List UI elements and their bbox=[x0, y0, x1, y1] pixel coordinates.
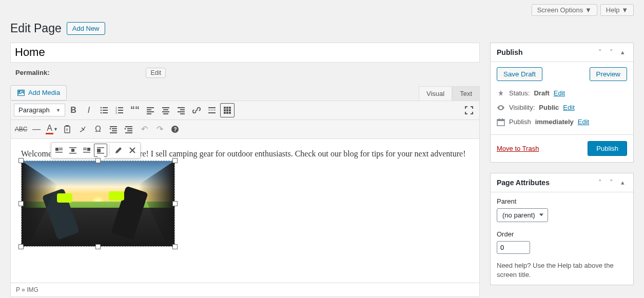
svg-rect-35 bbox=[226, 109, 228, 111]
img-align-left-button[interactable] bbox=[52, 144, 66, 157]
resize-handle[interactable] bbox=[18, 158, 24, 163]
attributes-heading: Page Attributes bbox=[497, 178, 550, 187]
svg-rect-34 bbox=[224, 109, 226, 111]
resize-handle[interactable] bbox=[95, 244, 101, 249]
svg-rect-15 bbox=[147, 111, 154, 112]
svg-rect-49 bbox=[127, 130, 132, 131]
move-down-icon[interactable]: ˅ bbox=[607, 178, 616, 186]
img-edit-button[interactable] bbox=[112, 144, 125, 157]
add-media-button[interactable]: Add Media bbox=[10, 85, 67, 101]
svg-point-5 bbox=[101, 112, 102, 113]
resize-handle[interactable] bbox=[18, 201, 24, 206]
img-align-none-button[interactable] bbox=[94, 144, 107, 157]
special-char-button[interactable]: Ω bbox=[91, 122, 105, 136]
align-center-button[interactable] bbox=[159, 103, 173, 117]
svg-rect-10 bbox=[118, 110, 123, 111]
svg-rect-22 bbox=[180, 109, 185, 110]
move-up-icon[interactable]: ˄ bbox=[595, 178, 604, 186]
publish-date-edit-link[interactable]: Edit bbox=[578, 118, 589, 126]
align-left-button[interactable] bbox=[143, 103, 158, 117]
svg-rect-12 bbox=[118, 112, 123, 113]
status-value: Draft bbox=[534, 89, 549, 97]
parent-select[interactable]: (no parent) bbox=[497, 208, 548, 222]
undo-button[interactable]: ↶ bbox=[137, 122, 151, 136]
redo-button[interactable]: ↷ bbox=[152, 122, 167, 136]
preview-button[interactable]: Preview bbox=[590, 67, 627, 81]
save-draft-button[interactable]: Save Draft bbox=[497, 67, 542, 81]
svg-rect-17 bbox=[162, 107, 169, 108]
attributes-help-text: Need help? Use the Help tab above the sc… bbox=[497, 261, 627, 280]
resize-handle[interactable] bbox=[172, 201, 178, 206]
outdent-button[interactable] bbox=[106, 122, 121, 136]
publish-heading: Publish bbox=[497, 48, 523, 56]
paste-text-button[interactable]: T bbox=[60, 122, 74, 136]
content-image[interactable] bbox=[21, 161, 175, 247]
editor-content-area[interactable]: Welcome to my awesome online store! I se… bbox=[11, 139, 479, 283]
resize-handle[interactable] bbox=[172, 244, 178, 249]
toggle-panel-icon[interactable]: ▴ bbox=[618, 178, 627, 186]
blockquote-button[interactable]: ““ bbox=[128, 103, 142, 117]
bold-button[interactable]: B bbox=[66, 103, 81, 117]
post-title-input[interactable] bbox=[10, 43, 480, 63]
indent-button[interactable] bbox=[122, 122, 136, 136]
svg-point-1 bbox=[101, 107, 102, 108]
help-icon-button[interactable]: ? bbox=[168, 122, 182, 136]
svg-rect-69 bbox=[499, 118, 500, 120]
editor-status-path: P » IMG bbox=[11, 283, 479, 296]
add-new-button[interactable]: Add New bbox=[67, 22, 105, 35]
permalink-edit-button[interactable]: Edit bbox=[146, 68, 166, 78]
svg-rect-68 bbox=[497, 120, 504, 121]
svg-rect-46 bbox=[110, 132, 117, 133]
svg-rect-50 bbox=[125, 132, 132, 133]
italic-button[interactable]: I bbox=[82, 103, 96, 117]
visibility-edit-link[interactable]: Edit bbox=[563, 104, 574, 111]
page-heading: Edit Page bbox=[10, 21, 62, 36]
numbered-list-button[interactable]: 123 bbox=[112, 103, 127, 117]
svg-rect-8 bbox=[118, 107, 123, 108]
tab-visual[interactable]: Visual bbox=[419, 86, 452, 101]
add-media-label: Add Media bbox=[28, 89, 60, 96]
order-input[interactable] bbox=[497, 241, 530, 254]
move-down-icon[interactable]: ˅ bbox=[607, 48, 616, 56]
strikethrough-button[interactable]: ABC bbox=[14, 122, 28, 136]
permalink-label: Permalink: bbox=[15, 69, 49, 76]
img-remove-button[interactable] bbox=[126, 144, 139, 157]
svg-rect-4 bbox=[103, 110, 108, 111]
resize-handle[interactable] bbox=[172, 158, 178, 163]
help-button[interactable]: Help ▼ bbox=[600, 4, 634, 16]
move-up-icon[interactable]: ˄ bbox=[595, 48, 604, 56]
svg-rect-28 bbox=[211, 110, 212, 110]
toolbar-toggle-button[interactable] bbox=[220, 103, 235, 117]
publish-date-label: Publish bbox=[509, 118, 531, 126]
resize-handle[interactable] bbox=[18, 244, 24, 249]
svg-rect-45 bbox=[112, 130, 117, 131]
svg-rect-61 bbox=[83, 148, 87, 149]
fullscreen-button[interactable] bbox=[462, 103, 476, 117]
align-right-button[interactable] bbox=[174, 103, 188, 117]
img-align-center-button[interactable] bbox=[66, 144, 80, 157]
publish-button[interactable]: Publish bbox=[588, 141, 627, 156]
img-align-right-button[interactable] bbox=[80, 144, 93, 157]
toggle-panel-icon[interactable]: ▴ bbox=[618, 48, 627, 56]
svg-rect-19 bbox=[162, 111, 169, 112]
clear-format-button[interactable] bbox=[75, 122, 90, 136]
hr-button[interactable]: — bbox=[29, 122, 44, 136]
svg-rect-64 bbox=[97, 147, 104, 148]
svg-rect-6 bbox=[103, 112, 108, 113]
media-icon bbox=[17, 89, 25, 97]
readmore-button[interactable] bbox=[205, 103, 219, 117]
resize-handle[interactable] bbox=[95, 158, 101, 163]
textcolor-button[interactable]: A▼ bbox=[45, 122, 59, 136]
svg-text:T: T bbox=[66, 128, 69, 132]
bullet-list-button[interactable] bbox=[97, 103, 111, 117]
svg-rect-44 bbox=[112, 128, 117, 129]
link-button[interactable] bbox=[189, 103, 204, 117]
status-edit-link[interactable]: Edit bbox=[554, 89, 565, 97]
selected-image[interactable] bbox=[21, 161, 175, 247]
svg-rect-21 bbox=[178, 107, 185, 108]
screen-options-button[interactable]: Screen Options ▼ bbox=[532, 4, 597, 16]
svg-rect-57 bbox=[69, 147, 76, 148]
tab-text[interactable]: Text bbox=[452, 86, 480, 101]
move-to-trash-link[interactable]: Move to Trash bbox=[497, 145, 539, 152]
format-select[interactable]: Paragraph bbox=[14, 104, 65, 116]
